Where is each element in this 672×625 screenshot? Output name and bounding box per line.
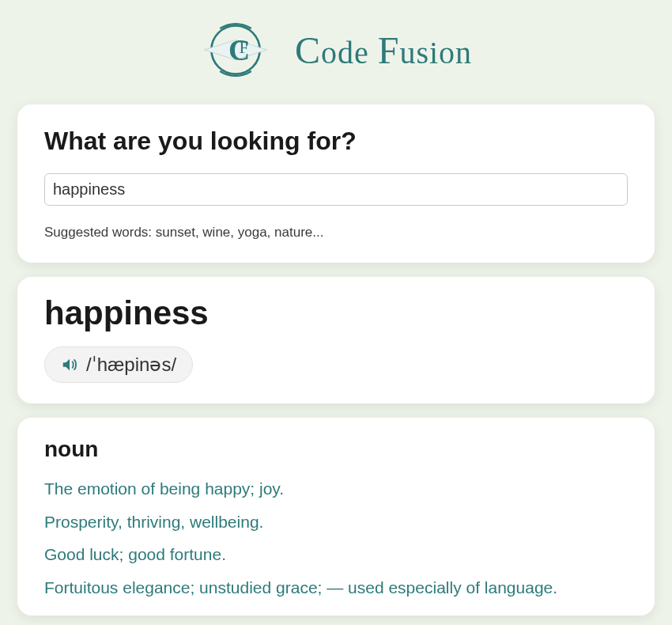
search-suggestions: Suggested words: sunset, wine, yoga, nat… [44, 225, 628, 241]
word-card: happiness /ˈhæpinəs/ [17, 277, 655, 403]
definition-card: noun The emotion of being happy; joy. Pr… [17, 418, 655, 616]
logo-icon: C F [200, 14, 271, 85]
definition-item: Fortuitous elegance; unstudied grace; — … [44, 575, 628, 600]
phonetic-text: /ˈhæpinəs/ [86, 354, 176, 376]
definition-item: Prosperity, thriving, wellbeing. [44, 509, 628, 535]
speaker-icon [61, 356, 78, 373]
logo-mark: C F [200, 14, 271, 85]
search-card: What are you looking for? Suggested word… [17, 104, 655, 263]
definition-item: Good luck; good fortune. [44, 542, 628, 567]
svg-text:F: F [239, 38, 248, 57]
part-of-speech: noun [44, 437, 628, 462]
search-heading: What are you looking for? [44, 127, 628, 156]
header: C F Code Fusion [0, 0, 672, 104]
search-input[interactable] [44, 173, 628, 206]
brand-name: Code Fusion [295, 28, 472, 72]
definition-item: The emotion of being happy; joy. [44, 476, 628, 502]
word-title: happiness [44, 294, 628, 332]
play-pronunciation-button[interactable]: /ˈhæpinəs/ [44, 347, 193, 383]
